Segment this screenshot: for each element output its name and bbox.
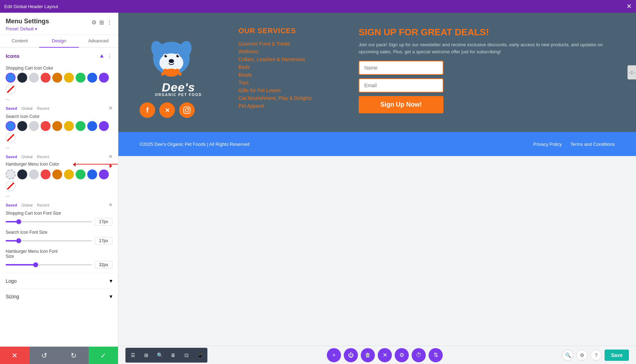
toolbar-delete-btn[interactable]: 🗑 [361,348,375,362]
privacy-link[interactable]: Privacy Policy [533,142,562,147]
hamburger-gear-icon[interactable]: ⚙ [109,203,112,207]
tab-content[interactable]: Content [0,35,39,48]
cart-color-green[interactable] [76,73,86,83]
hamburger-color-yellow[interactable] [64,169,74,179]
list-item[interactable]: Pet Apparel [238,102,337,110]
more-icon-btn[interactable]: ⋮ [107,19,112,26]
close-icon[interactable]: ✕ [626,2,632,10]
redo-button[interactable]: ↻ [59,347,89,364]
twitter-x-icon[interactable]: ✕ [159,102,175,118]
undo-button[interactable]: ↺ [30,347,59,364]
cart-color-red[interactable] [41,73,51,83]
save-button[interactable]: Save [605,350,629,361]
list-item[interactable]: Gourmet Food & Treats [238,40,337,48]
hamburger-meta-global[interactable]: Global [21,203,33,207]
list-item[interactable]: Beds [238,63,337,71]
search-color-blue[interactable] [6,121,16,131]
search-color-blue2[interactable] [87,121,97,131]
logo-chevron-icon[interactable]: ▾ [110,278,112,284]
search-color-white[interactable] [29,121,39,131]
search-color-orange[interactable] [52,121,62,131]
hamburger-color-orange[interactable] [52,169,62,179]
confirm-button[interactable]: ✓ [89,347,118,364]
toolbar-menu-icon[interactable]: ☰ [127,349,139,361]
toolbar-settings-btn[interactable]: ⚙ [395,348,409,362]
cart-color-blue[interactable] [6,73,16,83]
cart-font-size-thumb[interactable] [16,219,21,224]
signup-name-input[interactable] [359,61,443,75]
search-dots[interactable]: ··· [6,144,9,151]
tab-design[interactable]: Design [39,35,78,48]
toolbar-search-right-icon[interactable]: 🔍 [562,350,573,361]
hamburger-font-size-thumb[interactable] [33,262,38,267]
cart-color-yellow[interactable] [64,73,74,83]
cart-color-black[interactable] [17,73,27,83]
cart-font-size-value[interactable]: 17px [95,218,112,226]
signup-email-input[interactable] [359,78,443,93]
toolbar-mobile-icon[interactable]: 📱 [194,349,206,361]
toolbar-sort-btn[interactable]: ⇅ [429,348,443,362]
cart-color-purple[interactable] [99,73,109,83]
layout-icon-btn[interactable]: ⊞ [99,19,104,26]
list-item[interactable]: Gifts for Pet Lovers [238,86,337,94]
search-meta-saved[interactable]: Saved [6,155,17,159]
toolbar-close-btn[interactable]: ✕ [378,348,392,362]
hamburger-color-blue2[interactable] [87,169,97,179]
toolbar-gear-right-icon[interactable]: ⚙ [576,350,588,361]
search-color-black[interactable] [17,121,27,131]
search-color-red[interactable] [41,121,51,131]
preset-label[interactable]: Preset: Default ▾ [6,26,49,31]
cart-color-white[interactable] [29,73,39,83]
search-meta-recent[interactable]: Recent [37,155,49,159]
search-meta-global[interactable]: Global [21,155,33,159]
cart-meta-global[interactable]: Global [21,106,33,111]
terms-link[interactable]: Terms and Conditions [570,142,615,147]
cart-color-blue2[interactable] [87,73,97,83]
search-font-size-value[interactable]: 17px [95,237,112,245]
sizing-chevron-icon[interactable]: ▾ [110,293,112,300]
list-item[interactable]: Bowls [238,71,337,79]
cart-dots[interactable]: ··· [6,96,9,103]
search-color-purple[interactable] [99,121,109,131]
list-item[interactable]: Wellness [238,48,337,55]
resize-handle[interactable]: ◁▷ [628,65,636,79]
search-color-green[interactable] [76,121,86,131]
hamburger-color-purple[interactable] [99,169,109,179]
cancel-button[interactable]: ✕ [0,347,30,364]
list-item[interactable]: Toys [238,79,337,86]
toolbar-desktop-icon[interactable]: 🖥 [167,349,179,361]
icons-collapse-btn[interactable]: ▲ [99,53,105,59]
toolbar-add-btn[interactable]: + [327,348,341,362]
facebook-icon[interactable]: f [140,102,155,118]
list-item[interactable]: Collars, Leashes & Harnesses [238,55,337,63]
toolbar-history-btn[interactable]: ⏱ [412,348,426,362]
toolbar-search-icon[interactable]: 🔍 [154,349,166,361]
list-item[interactable]: Cat Nourishment, Play & Delights [238,94,337,102]
hamburger-color-transparent[interactable] [6,169,16,179]
search-gear-icon[interactable]: ⚙ [109,154,112,159]
hamburger-color-white[interactable] [29,169,39,179]
hamburger-color-red[interactable] [41,169,51,179]
hamburger-meta-recent[interactable]: Recent [37,203,49,207]
search-color-yellow[interactable] [64,121,74,131]
hamburger-color-clear[interactable] [6,181,16,191]
cart-meta-recent[interactable]: Recent [37,106,49,111]
tab-advanced[interactable]: Advanced [79,35,118,48]
toolbar-tablet-icon[interactable]: ⊡ [181,349,193,361]
search-color-clear[interactable] [6,133,16,143]
toolbar-help-icon[interactable]: ? [590,350,602,361]
sizing-section[interactable]: Sizing ▾ [6,288,112,304]
cart-color-clear[interactable] [6,84,16,94]
search-font-size-thumb[interactable] [16,238,21,243]
hamburger-dots[interactable]: ··· [6,192,9,200]
icons-more-btn[interactable]: ⋮ [107,53,112,59]
instagram-icon[interactable] [179,102,195,118]
hamburger-font-size-value[interactable]: 32px [95,261,112,269]
toolbar-grid-icon[interactable]: ⊞ [140,349,152,361]
cart-meta-saved[interactable]: Saved [6,106,17,111]
toolbar-power-btn[interactable]: ⏻ [344,348,358,362]
hamburger-color-black[interactable] [17,169,27,179]
cart-gear-icon[interactable]: ⚙ [109,106,112,111]
hamburger-meta-saved[interactable]: Saved [6,203,17,207]
logo-section[interactable]: Logo ▾ [6,273,112,288]
